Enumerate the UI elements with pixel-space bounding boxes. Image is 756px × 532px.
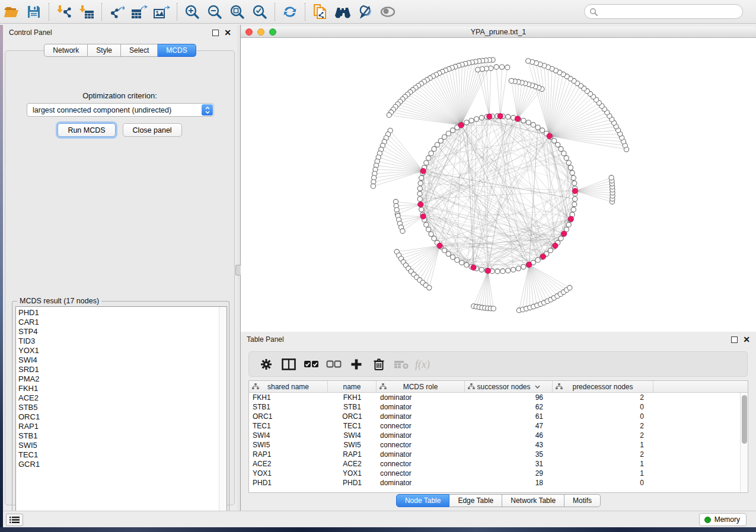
mcds-result-item[interactable]: STB5 xyxy=(18,403,227,412)
show-hide-view-button[interactable] xyxy=(377,2,399,22)
export-network-button[interactable] xyxy=(106,2,128,22)
table-row[interactable]: SWI5SWI5connector431 xyxy=(249,440,748,450)
table-row[interactable]: ACE2ACE2connector311 xyxy=(249,459,748,469)
cell-successor_nodes: 31 xyxy=(465,459,553,469)
mcds-result-item[interactable]: SWI4 xyxy=(18,355,227,365)
column-header-predecessor-nodes[interactable]: predecessor nodes xyxy=(553,381,653,392)
cell-shared_name: FKH1 xyxy=(249,393,328,402)
mcds-result-list: PHD1CAR1STP4TID3YOX1SWI4SRD1PMA2FKH1ACE2… xyxy=(15,306,227,518)
mcds-result-item[interactable]: TEC1 xyxy=(18,450,227,460)
mcds-result-item[interactable]: YOX1 xyxy=(18,346,227,355)
mcds-list-scrollbar[interactable] xyxy=(219,307,227,518)
function-builder-button[interactable]: f(x) xyxy=(414,354,434,374)
table-row[interactable]: FKH1FKH1dominator962 xyxy=(249,393,748,402)
zoom-out-button[interactable] xyxy=(203,2,226,22)
criterion-dropdown[interactable]: largest connected component (undirected) xyxy=(27,103,214,117)
toolbar-separator xyxy=(275,3,275,21)
show-hide-style-button[interactable] xyxy=(354,2,377,22)
cell-successor_nodes: 35 xyxy=(465,450,553,459)
table-row[interactable]: TEC1TEC1connector472 xyxy=(249,421,748,431)
tab-style[interactable]: Style xyxy=(88,44,121,57)
table-row[interactable]: YOX1YOX1connector291 xyxy=(249,469,748,478)
tab-edge-table[interactable]: Edge Table xyxy=(449,494,502,507)
mcds-result-item[interactable]: GCR1 xyxy=(18,460,227,469)
cell-successor_nodes: 18 xyxy=(465,478,553,488)
mcds-result-item[interactable]: PHD1 xyxy=(18,308,227,318)
create-column-button[interactable] xyxy=(346,354,366,374)
tab-mcds[interactable]: MCDS xyxy=(158,44,196,57)
delete-table-button[interactable] xyxy=(391,354,412,374)
close-panel-button[interactable]: Close panel xyxy=(123,123,182,137)
table-row[interactable]: PHD1PHD1dominator180 xyxy=(249,478,748,488)
tab-network[interactable]: Network xyxy=(44,44,88,57)
delete-column-button[interactable] xyxy=(369,354,389,374)
table-row[interactable]: ORC1ORC1dominator610 xyxy=(249,412,748,421)
table-scrollbar xyxy=(740,393,748,492)
column-header-successor-nodes[interactable]: successor nodes xyxy=(465,381,553,392)
cell-shared_name: RAP1 xyxy=(249,450,328,459)
close-table-panel-icon[interactable]: ✕ xyxy=(743,336,750,343)
column-header-MCDS-role[interactable]: MCDS role xyxy=(377,381,465,392)
refresh-icon xyxy=(282,5,298,19)
table-row[interactable]: SWI4SWI4dominator462 xyxy=(249,431,748,440)
table-settings-button[interactable] xyxy=(256,354,276,374)
control-panel-title: Control Panel xyxy=(9,28,52,37)
column-header-shared-name[interactable]: shared name xyxy=(249,381,328,392)
task-history-button[interactable] xyxy=(6,514,23,526)
mcds-result-item[interactable]: ORC1 xyxy=(18,412,227,422)
mcds-result-item[interactable]: FKH1 xyxy=(18,384,227,393)
node-table: shared namenameMCDS rolesuccessor nodesp… xyxy=(248,380,748,493)
mcds-result-item[interactable]: RAP1 xyxy=(18,422,227,431)
float-panel-icon[interactable] xyxy=(212,30,219,36)
column-header-name[interactable]: name xyxy=(328,381,377,392)
mcds-result-item[interactable]: SRD1 xyxy=(18,365,227,374)
cell-mcds_role: connector xyxy=(377,459,465,469)
table-row[interactable]: STB1STB1dominator620 xyxy=(249,402,748,412)
status-bar: Memory xyxy=(0,511,756,527)
export-table-button[interactable] xyxy=(128,2,151,22)
open-file-button[interactable] xyxy=(0,2,23,22)
apply-layout-button[interactable] xyxy=(279,2,301,22)
table-panel-titlebar: Table Panel ✕ xyxy=(241,332,756,347)
mcds-result-item[interactable]: SWI5 xyxy=(18,441,227,450)
tab-network-table[interactable]: Network Table xyxy=(502,494,564,507)
run-mcds-button[interactable]: Run MCDS xyxy=(58,123,115,137)
zoom-selected-button[interactable] xyxy=(248,2,271,22)
cell-mcds_role: dominator xyxy=(377,412,465,421)
table-scrollbar-thumb[interactable] xyxy=(742,395,747,444)
cell-predecessor_nodes: 0 xyxy=(553,478,653,488)
export-image-button[interactable] xyxy=(151,2,173,22)
import-network-button[interactable] xyxy=(53,2,75,22)
mcds-result-item[interactable]: STB1 xyxy=(18,431,227,441)
search-input[interactable] xyxy=(598,8,738,16)
zoom-fit-button[interactable] xyxy=(226,2,248,22)
clone-network-icon xyxy=(312,4,328,20)
mcds-result-item[interactable]: PMA2 xyxy=(18,374,227,384)
clone-network-button[interactable] xyxy=(309,2,331,22)
tab-node-table[interactable]: Node Table xyxy=(396,494,450,507)
toggle-panel-button[interactable] xyxy=(279,354,299,374)
export-table-icon xyxy=(131,5,148,19)
tab-motifs[interactable]: Motifs xyxy=(564,494,601,507)
cell-shared_name: SWI4 xyxy=(249,431,328,440)
zoom-in-button[interactable] xyxy=(181,2,203,22)
network-canvas[interactable] xyxy=(241,38,756,332)
mcds-result-item[interactable]: TID3 xyxy=(18,336,227,346)
tab-select[interactable]: Select xyxy=(121,44,158,57)
show-all-columns-button[interactable] xyxy=(301,354,321,374)
control-panel-titlebar: Control Panel ✕ xyxy=(3,25,237,40)
import-table-button[interactable] xyxy=(75,2,98,22)
cell-shared_name: SWI5 xyxy=(249,440,328,450)
save-session-button[interactable] xyxy=(23,2,45,22)
table-row[interactable]: RAP1RAP1dominator352 xyxy=(249,450,748,459)
mcds-result-item[interactable]: STP4 xyxy=(18,327,227,336)
cell-predecessor_nodes: 1 xyxy=(553,459,653,469)
close-panel-icon[interactable]: ✕ xyxy=(224,30,231,36)
search-network-button[interactable] xyxy=(331,2,354,22)
float-table-panel-icon[interactable] xyxy=(731,336,738,343)
mcds-result-item[interactable]: ACE2 xyxy=(18,393,227,403)
toolbar-separator xyxy=(305,3,305,21)
mcds-result-item[interactable]: CAR1 xyxy=(18,318,227,327)
memory-button[interactable]: Memory xyxy=(699,513,747,526)
hide-all-columns-button[interactable] xyxy=(324,354,344,374)
